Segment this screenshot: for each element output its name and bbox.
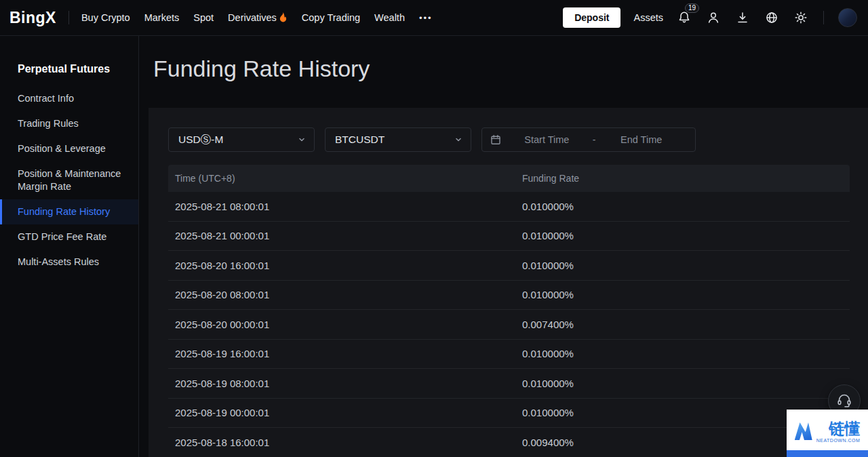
content-panel: USDⓈ-M BTCUSDT Start Time - xyxy=(149,108,868,457)
col-header-time: Time (UTC+8) xyxy=(175,173,522,184)
sidebar-item-contract-info[interactable]: Contract Info xyxy=(0,86,138,111)
row-rate: 0.010000% xyxy=(522,348,843,359)
row-time: 2025-08-19 16:00:01 xyxy=(175,348,522,359)
row-rate: 0.010000% xyxy=(522,260,843,271)
page-title: Funding Rate History xyxy=(153,55,868,82)
table-row: 2025-08-20 16:00:01 0.010000% xyxy=(168,251,850,281)
start-time-placeholder: Start Time xyxy=(501,134,593,145)
table-header: Time (UTC+8) Funding Rate xyxy=(168,165,850,192)
app-root: BingX Buy Crypto Markets Spot Derivative… xyxy=(0,0,868,457)
body-row: Perpetual Futures Contract Info Trading … xyxy=(0,36,868,457)
neatdown-logo-icon xyxy=(795,422,812,440)
deposit-button[interactable]: Deposit xyxy=(563,7,620,28)
nav-copy-trading[interactable]: Copy Trading xyxy=(302,12,360,23)
sidebar-item-trading-rules[interactable]: Trading Rules xyxy=(0,111,138,136)
row-time: 2025-08-20 16:00:01 xyxy=(175,260,522,271)
nav-markets[interactable]: Markets xyxy=(144,12,180,23)
avatar[interactable] xyxy=(838,8,857,27)
nav-derivatives-label: Derivatives xyxy=(228,12,277,23)
bell-icon xyxy=(677,11,691,24)
watermark-body: 链懂 NEATDOWN.COM xyxy=(787,410,868,450)
funding-rate-table: Time (UTC+8) Funding Rate 2025-08-21 08:… xyxy=(168,165,850,457)
row-rate: 0.010000% xyxy=(522,230,843,241)
chevron-down-icon xyxy=(298,136,306,144)
language-button[interactable] xyxy=(764,9,780,26)
table-row: 2025-08-20 08:00:01 0.010000% xyxy=(168,281,850,311)
main-content: Funding Rate History USDⓈ-M BTCUSDT xyxy=(139,36,868,457)
watermark-text: 链懂 NEATDOWN.COM xyxy=(816,420,861,443)
sidebar-item-position-maintenance-margin-rate[interactable]: Position & Maintenance Margin Rate xyxy=(0,161,138,199)
person-icon xyxy=(707,11,720,24)
table-row: 2025-08-20 00:00:01 0.007400% xyxy=(168,310,850,340)
nav-more-button[interactable]: ••• xyxy=(419,13,433,23)
main-nav: Buy Crypto Markets Spot Derivatives Copy… xyxy=(81,12,433,23)
headset-icon xyxy=(836,393,852,409)
calendar-icon xyxy=(490,134,501,145)
date-range-picker[interactable]: Start Time - End Time xyxy=(481,127,696,152)
account-button[interactable] xyxy=(705,9,722,26)
table-row: 2025-08-18 16:00:01 0.009400% xyxy=(168,428,850,457)
row-rate: 0.010000% xyxy=(522,201,843,212)
table-row: 2025-08-19 16:00:01 0.010000% xyxy=(168,340,850,370)
filter-bar: USDⓈ-M BTCUSDT Start Time - xyxy=(168,127,850,152)
row-time: 2025-08-20 08:00:01 xyxy=(175,289,522,300)
nav-spot[interactable]: Spot xyxy=(193,12,214,23)
margin-type-value: USDⓈ-M xyxy=(178,133,223,147)
nav-divider xyxy=(823,11,824,24)
chevron-down-icon xyxy=(454,136,462,144)
navbar-right: Deposit Assets 19 xyxy=(563,7,857,28)
download-app-button[interactable] xyxy=(734,9,751,26)
table-row: 2025-08-19 08:00:01 0.010000% xyxy=(168,369,850,399)
row-time: 2025-08-21 00:00:01 xyxy=(175,230,522,241)
nav-buy-crypto[interactable]: Buy Crypto xyxy=(81,12,130,23)
col-header-funding-rate: Funding Rate xyxy=(522,173,843,184)
symbol-value: BTCUSDT xyxy=(335,134,384,146)
row-rate: 0.010000% xyxy=(522,378,843,389)
nav-divider xyxy=(68,11,69,24)
row-rate: 0.007400% xyxy=(522,319,843,330)
sidebar-item-multi-assets-rules[interactable]: Multi-Assets Rules xyxy=(0,250,138,275)
table-row: 2025-08-19 00:00:01 0.010000% xyxy=(168,399,850,429)
sidebar-item-funding-rate-history[interactable]: Funding Rate History xyxy=(0,199,138,224)
watermark-cn-text: 链懂 xyxy=(829,420,860,437)
nav-wealth[interactable]: Wealth xyxy=(374,12,405,23)
row-time: 2025-08-21 08:00:01 xyxy=(175,201,522,212)
row-time: 2025-08-20 00:00:01 xyxy=(175,319,522,330)
notifications-button[interactable]: 19 xyxy=(676,9,692,26)
sidebar-item-gtd-price-fee-rate[interactable]: GTD Price Fee Rate xyxy=(0,224,138,250)
globe-icon xyxy=(765,11,778,24)
row-time: 2025-08-19 08:00:01 xyxy=(175,378,522,389)
margin-type-select[interactable]: USDⓈ-M xyxy=(168,127,315,152)
row-time: 2025-08-19 00:00:01 xyxy=(175,407,522,418)
bingx-logo[interactable]: BingX xyxy=(9,9,56,27)
download-icon xyxy=(736,11,749,24)
sun-icon xyxy=(794,11,808,24)
table-row: 2025-08-21 00:00:01 0.010000% xyxy=(168,222,850,252)
table-row: 2025-08-21 08:00:01 0.010000% xyxy=(168,192,850,222)
watermark-site-text: NEATDOWN.COM xyxy=(816,438,861,443)
watermark-strip xyxy=(787,450,868,457)
watermark: 链懂 NEATDOWN.COM xyxy=(787,410,868,457)
notification-badge: 19 xyxy=(685,3,699,13)
nav-assets[interactable]: Assets xyxy=(633,12,663,23)
top-navbar: BingX Buy Crypto Markets Spot Derivative… xyxy=(0,0,868,36)
theme-toggle-button[interactable] xyxy=(793,9,809,26)
flame-icon xyxy=(279,12,288,22)
nav-derivatives[interactable]: Derivatives xyxy=(228,12,288,23)
sidebar: Perpetual Futures Contract Info Trading … xyxy=(0,36,139,457)
symbol-select[interactable]: BTCUSDT xyxy=(325,127,471,152)
row-rate: 0.010000% xyxy=(522,289,843,300)
row-time: 2025-08-18 16:00:01 xyxy=(175,437,522,448)
sidebar-item-position-leverage[interactable]: Position & Leverage xyxy=(0,136,138,161)
end-time-placeholder: End Time xyxy=(595,134,687,145)
navbar-left: BingX Buy Crypto Markets Spot Derivative… xyxy=(9,0,433,35)
sidebar-title: Perpetual Futures xyxy=(0,63,138,86)
